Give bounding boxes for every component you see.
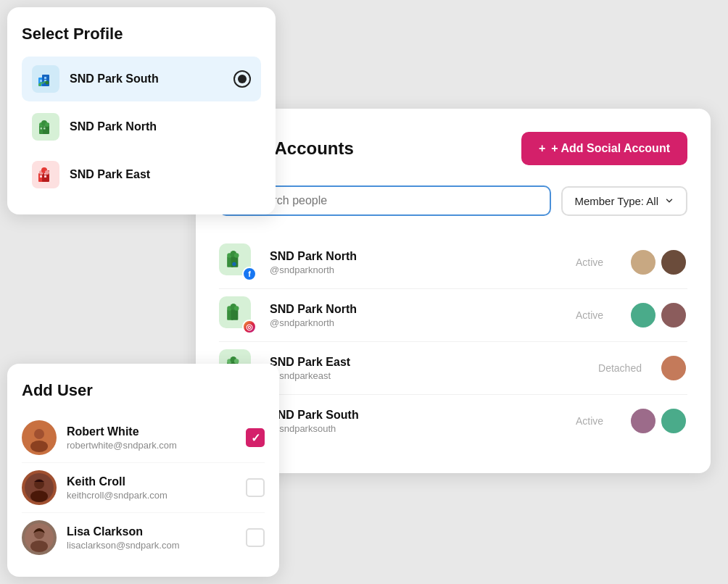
avatar-3-1 xyxy=(660,354,687,382)
avatar-lisa xyxy=(22,520,57,555)
account-info-3: SND Park East @sndparkeast xyxy=(270,356,580,381)
plus-icon: + xyxy=(539,142,545,155)
filter-label: Member Type: All xyxy=(574,195,658,207)
user-email-keith: keithcroll@sndpark.com xyxy=(67,490,246,501)
svg-rect-2 xyxy=(40,80,42,82)
svg-point-29 xyxy=(234,253,239,258)
profile-item-snd-park-east[interactable]: SND Park East xyxy=(22,152,261,197)
account-status-3: Detached xyxy=(580,362,660,374)
account-info-4: SND Park South @sndparksouth xyxy=(270,409,550,434)
search-filter-row: Member Type: All xyxy=(219,185,687,216)
checkbox-keith[interactable] xyxy=(246,478,265,497)
account-name-4: SND Park South xyxy=(270,409,550,422)
account-name-3: SND Park East xyxy=(270,356,580,369)
profile-radio-south xyxy=(233,70,251,88)
user-item-lisa: Lisa Clarkson lisaclarkson@sndpark.com xyxy=(22,513,265,562)
avatar-1-2 xyxy=(660,249,687,276)
account-handle-3: @sndparkeast xyxy=(270,370,580,381)
add-account-label: + Add Social Account xyxy=(551,142,670,155)
avatar-2-2 xyxy=(660,301,687,329)
svg-point-54 xyxy=(30,541,48,552)
profile-item-snd-park-north[interactable]: SND Park North xyxy=(22,104,261,149)
svg-point-22 xyxy=(45,170,49,175)
account-handle-1: @sndparknorth xyxy=(270,264,550,275)
account-info-1: SND Park North @sndparknorth xyxy=(270,250,550,275)
instagram-badge-2: ◎ xyxy=(242,320,257,334)
account-row-3: f SND Park East @sndparkeast Detached xyxy=(219,342,687,395)
profile-name-east: SND Park East xyxy=(70,168,150,181)
profile-name-south: SND Park South xyxy=(70,72,159,85)
profile-radio-inner xyxy=(238,75,247,83)
account-avatars-3 xyxy=(660,354,687,382)
svg-point-47 xyxy=(34,429,44,439)
avatar-robert xyxy=(22,420,57,455)
account-handle-4: @sndparksouth xyxy=(270,423,550,434)
select-profile-title: Select Profile xyxy=(22,25,261,43)
account-status-4: Active xyxy=(550,415,629,427)
account-logo-north-ig: ◎ xyxy=(219,296,257,334)
svg-rect-4 xyxy=(44,77,46,79)
account-logo-north-fb: f xyxy=(219,243,257,281)
account-avatars-1 xyxy=(629,249,687,276)
profile-icon-north xyxy=(32,113,59,141)
svg-rect-17 xyxy=(40,175,42,178)
user-name-robert: Robert White xyxy=(67,425,246,438)
user-info-keith: Keith Croll keithcroll@sndpark.com xyxy=(67,475,246,501)
avatar-4-2 xyxy=(660,407,687,435)
user-info-lisa: Lisa Clarkson lisaclarkson@sndpark.com xyxy=(67,525,246,551)
account-info-2: SND Park North @sndparknorth xyxy=(270,303,550,328)
member-type-filter[interactable]: Member Type: All xyxy=(561,186,687,216)
add-user-panel: Add User Robert White robertwhite@sndpar… xyxy=(7,364,279,577)
svg-rect-18 xyxy=(44,175,46,178)
add-user-title: Add User xyxy=(22,381,265,400)
account-avatars-2 xyxy=(629,301,687,329)
add-social-account-button[interactable]: + + Add Social Account xyxy=(521,132,687,165)
search-input[interactable] xyxy=(252,194,538,207)
facebook-badge-1: f xyxy=(242,267,257,281)
user-email-robert: robertwhite@sndpark.com xyxy=(67,440,246,451)
svg-point-6 xyxy=(46,81,49,85)
account-status-1: Active xyxy=(550,256,629,268)
profile-icon-east xyxy=(32,161,59,188)
social-accounts-header: Social Accounts + + Add Social Account xyxy=(219,132,687,165)
svg-point-14 xyxy=(45,122,49,127)
profile-icon-south xyxy=(32,65,59,93)
account-name-2: SND Park North xyxy=(270,303,550,316)
svg-point-30 xyxy=(232,262,236,266)
account-avatars-4 xyxy=(629,407,687,435)
checkbox-lisa[interactable] xyxy=(246,528,265,547)
user-item-robert: Robert White robertwhite@sndpark.com xyxy=(22,413,265,463)
account-row-4: f SND Park South @sndparksouth Active xyxy=(219,395,687,447)
avatar-4-1 xyxy=(629,407,657,435)
account-handle-2: @sndparknorth xyxy=(270,317,550,328)
chevron-down-icon xyxy=(664,196,674,206)
user-item-keith: Keith Croll keithcroll@sndpark.com xyxy=(22,463,265,513)
select-profile-panel: Select Profile SND Park South xyxy=(7,7,276,214)
account-row-1: f SND Park North @sndparknorth Active xyxy=(219,236,687,289)
avatar-keith xyxy=(22,470,57,505)
account-name-1: SND Park North xyxy=(270,250,550,263)
account-row-2: ◎ SND Park North @sndparknorth Active xyxy=(219,289,687,342)
user-name-keith: Keith Croll xyxy=(67,475,246,488)
user-name-lisa: Lisa Clarkson xyxy=(67,525,246,538)
svg-point-5 xyxy=(38,83,41,86)
svg-point-40 xyxy=(234,359,239,364)
user-email-lisa: lisaclarkson@sndpark.com xyxy=(67,540,246,551)
account-status-2: Active xyxy=(550,309,629,321)
profile-name-north: SND Park North xyxy=(70,120,157,133)
svg-point-48 xyxy=(30,441,48,452)
svg-point-35 xyxy=(234,306,239,311)
checkbox-robert[interactable] xyxy=(246,428,265,447)
svg-rect-10 xyxy=(44,128,46,130)
avatar-1-1 xyxy=(629,249,657,276)
user-info-robert: Robert White robertwhite@sndpark.com xyxy=(67,425,246,451)
svg-rect-9 xyxy=(41,128,43,130)
avatar-2-1 xyxy=(629,301,657,329)
profile-item-snd-park-south[interactable]: SND Park South xyxy=(22,57,261,101)
svg-point-51 xyxy=(30,491,48,502)
